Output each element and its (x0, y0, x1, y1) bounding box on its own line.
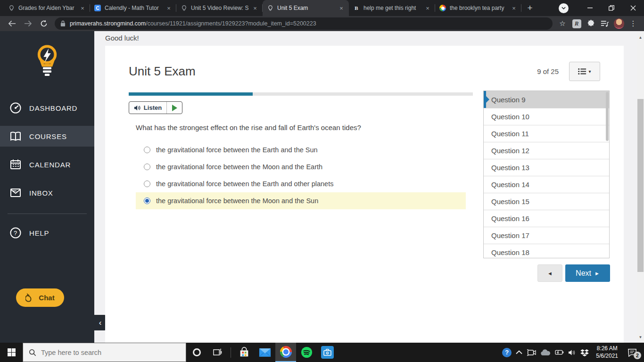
microsoft-store-button[interactable] (234, 343, 255, 362)
chrome-menu-icon[interactable]: ⋮ (627, 18, 639, 29)
tab-grades[interactable]: Grades for Aiden Ybar × (4, 0, 90, 16)
task-view-button[interactable] (207, 343, 228, 362)
question-nav-label: Question 10 (491, 113, 529, 121)
calendly-favicon-icon: C (94, 4, 101, 12)
question-nav-item[interactable]: Question 15 (484, 193, 609, 210)
question-nav-item[interactable]: Question 17 (484, 227, 609, 244)
start-button[interactable] (0, 343, 23, 362)
readwrite-extension-icon[interactable]: R (571, 18, 582, 29)
tab-brooklyn-tea-party[interactable]: the brooklyn tea party × (435, 0, 521, 16)
question-nav-item[interactable]: Question 10 (484, 108, 609, 125)
question-nav-item[interactable]: Question 14 (484, 176, 609, 193)
tab-close-icon[interactable]: × (338, 4, 345, 12)
tab-close-icon[interactable]: × (165, 4, 173, 12)
question-list-dropdown-button[interactable]: ▾ (569, 62, 600, 81)
tab-close-icon[interactable]: × (510, 4, 518, 12)
back-icon[interactable] (6, 17, 18, 30)
profile-avatar[interactable] (613, 18, 625, 29)
cortana-button[interactable] (186, 343, 207, 362)
answer-option[interactable]: the gravitational force between the Moon… (136, 158, 466, 175)
media-controls-icon[interactable] (599, 18, 611, 29)
volume-icon[interactable] (568, 349, 576, 356)
option-label: the gravitational force between the Eart… (156, 146, 318, 154)
listen-segment[interactable]: Listen (129, 102, 167, 114)
tab-search-button[interactable] (559, 3, 569, 13)
page-scrollbar[interactable]: ▲ ▼ (637, 31, 644, 343)
radio-unselected-icon[interactable] (144, 164, 150, 170)
close-window-button[interactable] (622, 0, 644, 16)
portal-app-button[interactable] (317, 343, 338, 362)
answer-option-selected[interactable]: the gravitational force between the Moon… (136, 192, 466, 209)
tab-help-me[interactable]: B help me get this right × (349, 0, 435, 16)
next-button[interactable]: Next ► (565, 264, 610, 282)
tab-title: Unit 5 Exam (277, 5, 335, 11)
chat-button[interactable]: Chat (16, 288, 64, 307)
dropbox-icon[interactable] (580, 349, 589, 356)
sidebar-item-help[interactable]: ? HELP (0, 222, 94, 243)
radio-unselected-icon[interactable] (144, 181, 150, 187)
tab-calendly[interactable]: C Calendly - Math Tutor × (90, 0, 176, 16)
previous-button[interactable]: ◄ (537, 264, 562, 282)
scrollbar-thumb[interactable] (637, 99, 644, 272)
tab-title: Grades for Aiden Ybar (18, 5, 76, 11)
radio-selected-icon[interactable] (144, 197, 150, 204)
sidebar-item-label: HELP (29, 229, 49, 237)
spotify-button[interactable] (296, 343, 317, 362)
sidebar-item-label: CALENDAR (29, 161, 71, 169)
question-nav-scrollbar[interactable] (606, 92, 609, 141)
meet-now-icon[interactable] (527, 349, 536, 356)
get-help-icon[interactable]: ? (502, 348, 512, 357)
onedrive-icon[interactable] (540, 349, 551, 356)
calendar-icon (9, 158, 22, 171)
refresh-icon[interactable] (38, 17, 50, 30)
page-content: DASHBOARD COURSES CALENDAR INBOX ? H (0, 31, 644, 343)
question-nav-label: Question 17 (491, 231, 529, 239)
tab-close-icon[interactable]: × (251, 4, 259, 12)
question-nav-item[interactable]: Question 13 (484, 159, 609, 176)
scroll-down-icon[interactable]: ▼ (637, 334, 644, 341)
mail-button[interactable] (255, 343, 275, 362)
url-bar[interactable]: primaverahs.strongmind.com/courses/11921… (55, 17, 553, 30)
scroll-up-icon[interactable]: ▲ (637, 34, 644, 41)
radio-unselected-icon[interactable] (144, 147, 150, 153)
minimize-button[interactable] (579, 0, 601, 16)
question-nav-item-current[interactable]: Question 9 (484, 91, 609, 108)
tab-video-review[interactable]: Unit 5 Video Review: S × (176, 0, 263, 16)
taskbar-search[interactable] (23, 343, 186, 362)
taskbar-clock[interactable]: 8:26 AM 5/6/2021 (596, 345, 618, 360)
extensions-puzzle-icon[interactable] (585, 18, 596, 29)
question-nav-item[interactable]: Question 11 (484, 125, 609, 142)
restore-button[interactable] (601, 0, 622, 16)
tray-chevron-up-icon[interactable] (516, 350, 522, 354)
answer-option[interactable]: the gravitational force between the Eart… (136, 175, 466, 192)
play-segment[interactable] (167, 105, 182, 111)
tab-close-icon[interactable]: × (79, 4, 86, 12)
question-nav-label: Question 11 (491, 130, 529, 138)
tab-close-icon[interactable]: × (424, 4, 431, 12)
new-tab-button[interactable]: + (523, 1, 537, 15)
lightbulb-favicon-icon (8, 4, 15, 12)
listen-button[interactable]: Listen (129, 101, 182, 114)
svg-text:?: ? (14, 230, 17, 237)
chrome-taskbar-button[interactable] (275, 343, 296, 362)
sidebar-item-dashboard[interactable]: DASHBOARD (0, 98, 94, 118)
answer-option[interactable]: the gravitational force between the Eart… (136, 141, 466, 158)
action-center-button[interactable]: 2 (625, 343, 639, 362)
clock-date: 5/6/2021 (596, 353, 618, 360)
question-nav-label: Question 16 (491, 214, 529, 222)
search-input[interactable] (41, 349, 164, 356)
greeting-text: Good luck! (94, 31, 637, 42)
sidebar-item-courses[interactable]: COURSES (0, 126, 94, 147)
tab-unit5-exam[interactable]: Unit 5 Exam × (263, 0, 349, 16)
tab-title: help me get this right (363, 5, 421, 11)
exam-card: Unit 5 Exam 9 of 25 ▾ Listen (105, 46, 624, 343)
sidebar-item-inbox[interactable]: INBOX (0, 182, 94, 203)
bookmark-star-icon[interactable]: ☆ (557, 18, 568, 29)
forward-icon[interactable] (22, 17, 34, 30)
battery-icon[interactable] (555, 350, 564, 355)
sidebar-item-calendar[interactable]: CALENDAR (0, 154, 94, 175)
question-nav-item[interactable]: Question 18 (484, 244, 609, 258)
question-nav-item[interactable]: Question 12 (484, 142, 609, 159)
question-nav-item[interactable]: Question 16 (484, 210, 609, 227)
option-label: the gravitational force between the Moon… (156, 163, 322, 171)
